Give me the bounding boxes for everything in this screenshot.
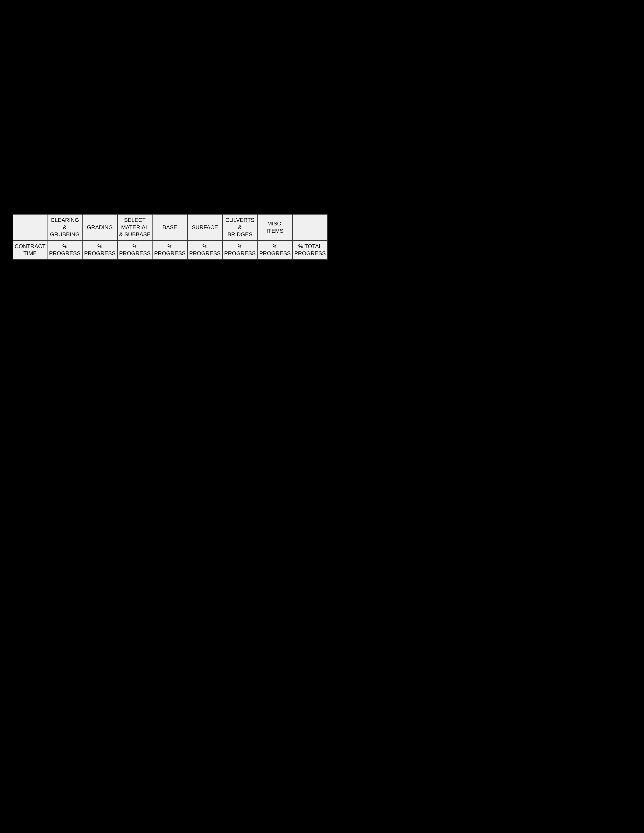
header-col-clearing: CLEARING&GRUBBING bbox=[47, 214, 82, 241]
cell-surface-progress: %PROGRESS bbox=[187, 241, 222, 259]
header-col-surface: SURFACE bbox=[187, 214, 222, 241]
data-row: CONTRACTTIME %PROGRESS %PROGRESS %PROGRE… bbox=[13, 241, 328, 259]
cell-grading-progress: %PROGRESS bbox=[82, 241, 118, 259]
cell-contract-time: CONTRACTTIME bbox=[13, 241, 47, 259]
header-row: CLEARING&GRUBBING GRADING SELECTMATERIAL… bbox=[13, 214, 328, 241]
header-col-culverts: CULVERTS &BRIDGES bbox=[222, 214, 258, 241]
cell-misc-progress: %PROGRESS bbox=[258, 241, 293, 259]
header-col-0 bbox=[13, 214, 47, 241]
header-col-total bbox=[293, 214, 328, 241]
progress-table: CLEARING&GRUBBING GRADING SELECTMATERIAL… bbox=[13, 214, 328, 260]
cell-total-progress: % TOTALPROGRESS bbox=[293, 241, 328, 259]
cell-base-progress: %PROGRESS bbox=[152, 241, 187, 259]
cell-clearing-progress: %PROGRESS bbox=[47, 241, 82, 259]
header-col-grading: GRADING bbox=[82, 214, 118, 241]
cell-select-progress: %PROGRESS bbox=[118, 241, 153, 259]
cell-culverts-progress: %PROGRESS bbox=[222, 241, 258, 259]
header-col-base: BASE bbox=[152, 214, 187, 241]
progress-table-container: CLEARING&GRUBBING GRADING SELECTMATERIAL… bbox=[13, 214, 232, 260]
header-col-misc: MISC.ITEMS bbox=[258, 214, 293, 241]
header-col-select-material: SELECTMATERIAL& SUBBASE bbox=[118, 214, 153, 241]
